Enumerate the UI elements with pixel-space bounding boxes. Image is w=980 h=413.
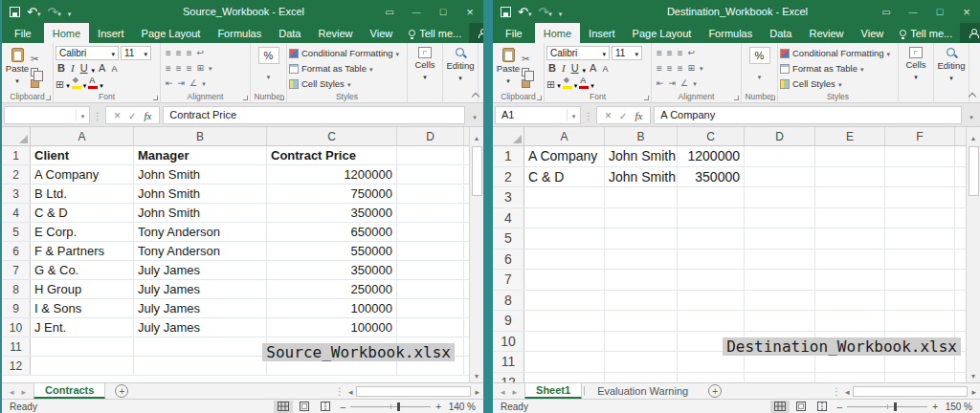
column-header-A[interactable]: A xyxy=(524,127,605,145)
cell-A1[interactable]: A Company xyxy=(524,146,605,166)
tab-page-layout[interactable]: Page Layout xyxy=(624,23,701,43)
cell-E9[interactable] xyxy=(815,311,885,331)
percent-style-button[interactable]: % xyxy=(749,47,770,64)
decrease-font-size-button[interactable] xyxy=(600,62,610,74)
vertical-scroll-thumb[interactable] xyxy=(969,146,979,196)
cell-F6[interactable] xyxy=(885,250,955,270)
tab-view[interactable]: View xyxy=(853,23,893,43)
cut-icon[interactable] xyxy=(31,49,39,66)
scroll-left-icon[interactable] xyxy=(845,385,850,397)
scroll-right-icon[interactable] xyxy=(475,385,479,397)
cell-C2[interactable]: 1200000 xyxy=(267,165,397,184)
underline-button[interactable] xyxy=(78,62,90,74)
cell-B6[interactable]: Tony Anderson xyxy=(134,242,267,260)
maximize-button[interactable] xyxy=(926,0,953,23)
row-header-7[interactable]: 7 xyxy=(493,270,524,290)
cell-C5[interactable]: 650000 xyxy=(267,223,397,241)
cut-icon[interactable] xyxy=(522,49,530,66)
row-header-11[interactable]: 11 xyxy=(2,337,31,356)
italic-button[interactable] xyxy=(560,62,568,74)
cell-C7[interactable]: 350000 xyxy=(267,261,397,279)
save-icon[interactable] xyxy=(501,7,511,17)
font-name-select[interactable]: Calibri xyxy=(56,46,119,60)
cell-C3[interactable]: 750000 xyxy=(267,185,397,203)
zoom-level[interactable]: 140 % xyxy=(447,402,483,412)
increase-indent-icon[interactable] xyxy=(669,78,677,88)
cell-A10[interactable] xyxy=(524,332,605,352)
cell-E7[interactable] xyxy=(815,270,885,290)
cell-C1[interactable]: 1200000 xyxy=(678,146,745,166)
align-bottom-icon[interactable] xyxy=(187,48,192,58)
format-as-table-button[interactable]: Format as Table xyxy=(780,61,896,76)
row-header-2[interactable]: 2 xyxy=(493,167,524,187)
tab-home[interactable]: Home xyxy=(44,23,89,43)
cell-C7[interactable] xyxy=(678,270,745,290)
cell-C2[interactable]: 350000 xyxy=(678,167,745,187)
dialog-launcher-icon[interactable] xyxy=(644,96,649,100)
cell-B8[interactable]: July James xyxy=(134,280,267,298)
dialog-launcher-icon[interactable] xyxy=(537,96,542,100)
row-header-12[interactable]: 12 xyxy=(2,357,31,375)
undo-button[interactable] xyxy=(518,3,531,20)
horizontal-scroll-thumb[interactable] xyxy=(356,386,471,397)
align-middle-icon[interactable] xyxy=(667,48,673,58)
cell-E1[interactable] xyxy=(815,146,885,166)
cell-styles-button[interactable]: Cell Styles xyxy=(289,76,405,91)
enter-icon[interactable] xyxy=(619,106,627,123)
customize-qat-icon[interactable] xyxy=(559,3,563,20)
next-sheet-icon[interactable] xyxy=(22,385,27,397)
new-sheet-button[interactable] xyxy=(115,384,128,398)
cell-A4[interactable] xyxy=(524,208,605,228)
column-header-A[interactable]: A xyxy=(31,127,134,145)
align-left-icon[interactable] xyxy=(166,63,171,74)
page-layout-view-button[interactable] xyxy=(295,401,314,413)
cell-D5[interactable] xyxy=(745,228,815,249)
vertical-scroll-thumb[interactable] xyxy=(472,146,482,196)
row-header-6[interactable]: 6 xyxy=(493,250,524,270)
cell-B2[interactable]: John Smith xyxy=(134,165,267,184)
cell-B6[interactable] xyxy=(605,250,678,270)
cell-B12[interactable] xyxy=(605,373,678,383)
formula-bar-input[interactable]: Contract Price xyxy=(163,106,465,124)
row-header-10[interactable]: 10 xyxy=(493,332,524,352)
cell-D3[interactable] xyxy=(397,185,464,203)
italic-button[interactable] xyxy=(69,62,77,74)
tab-file[interactable]: File xyxy=(493,23,535,43)
zoom-slider-thumb[interactable] xyxy=(894,402,897,411)
cell-A9[interactable] xyxy=(524,311,605,331)
cell-F4[interactable] xyxy=(885,208,955,228)
normal-view-button[interactable] xyxy=(274,401,293,413)
cell-D9[interactable] xyxy=(745,311,815,331)
column-header-C[interactable]: C xyxy=(678,127,745,145)
cell-C12[interactable] xyxy=(678,373,745,383)
next-sheet-icon[interactable] xyxy=(513,385,518,397)
dialog-launcher-icon[interactable] xyxy=(734,96,739,100)
page-layout-view-button[interactable] xyxy=(791,401,811,413)
dialog-launcher-icon[interactable] xyxy=(46,96,51,100)
cell-A12[interactable] xyxy=(31,357,134,375)
cell-A12[interactable] xyxy=(524,373,605,383)
tab-home[interactable]: Home xyxy=(535,23,580,43)
row-header-1[interactable]: 1 xyxy=(493,146,524,166)
cell-A2[interactable]: C & D xyxy=(524,167,605,187)
cancel-icon[interactable] xyxy=(114,106,121,123)
cell-F8[interactable] xyxy=(885,291,955,311)
font-size-select[interactable]: 11 xyxy=(612,46,642,60)
align-bottom-icon[interactable] xyxy=(678,48,683,58)
drag-handle-icon[interactable] xyxy=(335,385,345,397)
tab-page-layout[interactable]: Page Layout xyxy=(133,23,210,43)
select-all-corner[interactable] xyxy=(493,127,524,145)
sheet-tab-contracts[interactable]: Contracts xyxy=(33,383,105,399)
undo-button[interactable] xyxy=(27,3,40,20)
cell-B10[interactable] xyxy=(605,332,678,352)
row-header-6[interactable]: 6 xyxy=(2,242,31,260)
expand-formula-bar-icon[interactable] xyxy=(468,106,481,123)
cell-A8[interactable] xyxy=(524,291,605,311)
cell-D12[interactable] xyxy=(745,373,815,383)
cell-B11[interactable] xyxy=(605,352,678,372)
cell-C6[interactable] xyxy=(678,250,745,270)
column-header-F[interactable]: F xyxy=(885,127,955,145)
cell-D8[interactable] xyxy=(745,291,815,311)
scroll-down-icon[interactable] xyxy=(971,365,975,382)
tab-review[interactable]: Review xyxy=(800,23,852,43)
